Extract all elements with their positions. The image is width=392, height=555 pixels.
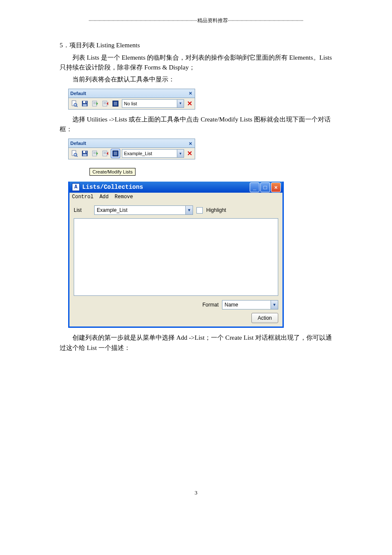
format-label: Format (202, 302, 219, 308)
list-select-combo[interactable]: Example_List ▼ (122, 149, 184, 158)
list-label: List (74, 207, 91, 213)
window-title: Lists/Collections (82, 184, 143, 191)
window-titlebar[interactable]: A Lists/Collections ­_ □ × (69, 182, 282, 193)
add-to-list-icon[interactable] (90, 149, 100, 158)
close-icon[interactable]: × (187, 90, 193, 96)
svg-rect-30 (103, 151, 107, 156)
maximize-button[interactable]: □ (260, 182, 270, 192)
header-rule: ········································… (60, 17, 332, 24)
list-combo-value: Example_List (122, 151, 177, 156)
toolbar-titlebar[interactable]: Default × (69, 89, 195, 98)
default-toolbar-2: Default × Example_List ▼ ✕ (68, 139, 195, 159)
remove-from-list-icon[interactable] (101, 149, 110, 158)
list-combo-value: No list (122, 101, 177, 106)
format-combo[interactable]: Name ▼ (222, 300, 278, 309)
toolbar-title-text: Default (70, 91, 86, 96)
action-button[interactable]: Action (251, 313, 278, 323)
dropdown-icon[interactable]: ▼ (177, 150, 184, 157)
dropdown-icon[interactable]: ▼ (185, 206, 193, 214)
clear-list-icon[interactable]: ✕ (186, 100, 193, 107)
close-icon[interactable]: × (187, 140, 193, 147)
list-select-combo[interactable]: No list ▼ (122, 99, 184, 108)
highlight-checkbox[interactable] (196, 207, 203, 214)
lists-collections-window: A Lists/Collections ­_ □ × Control Add R… (68, 182, 284, 328)
close-button[interactable]: × (271, 182, 281, 192)
remove-from-list-icon[interactable] (101, 99, 110, 108)
app-icon: A (72, 183, 80, 191)
svg-rect-25 (83, 154, 87, 156)
page-search-icon[interactable] (70, 99, 79, 108)
create-modify-lists-icon[interactable] (111, 149, 120, 158)
list-name-value: Example_List (95, 207, 185, 213)
toolbar-titlebar[interactable]: Default × (69, 139, 195, 148)
menu-add[interactable]: Add (99, 194, 109, 200)
svg-rect-7 (92, 101, 97, 106)
menu-remove[interactable]: Remove (115, 194, 133, 200)
save-icon[interactable] (80, 149, 89, 158)
minimize-button[interactable]: ­_ (250, 182, 259, 192)
create-modify-lists-icon[interactable] (111, 99, 120, 108)
paragraph-intro-1: 列表 Lists 是一个 Elements 的临时集合，对列表的操作会影响到它里… (60, 53, 332, 73)
paragraph-intro-2: 当前列表将会在默认工具条中显示： (60, 75, 332, 84)
list-contents-box[interactable] (74, 218, 278, 296)
svg-rect-24 (85, 151, 86, 153)
paragraph-4: 创建列表的第一步就是从菜单中选择 Add ->List；一个 Create Li… (60, 333, 332, 353)
section-title: 5．项目列表 Listing Elements (60, 41, 332, 49)
default-toolbar-1: Default × No list ▼ ✕ (68, 89, 195, 110)
clear-list-icon[interactable]: ✕ (186, 150, 193, 157)
paragraph-3: 选择 Utilities ->Lists 或在上面的工具条中点击 Create/… (60, 115, 332, 135)
list-name-combo[interactable]: Example_List ▼ (94, 205, 193, 215)
svg-rect-11 (103, 101, 107, 106)
svg-rect-5 (85, 101, 86, 103)
highlight-label: Highlight (206, 207, 226, 213)
svg-line-2 (77, 106, 78, 107)
toolbar-title-text: Default (70, 141, 86, 146)
dropdown-icon[interactable]: ▼ (177, 100, 184, 107)
menu-control[interactable]: Control (72, 194, 93, 200)
svg-rect-26 (92, 151, 97, 156)
svg-rect-6 (83, 104, 87, 106)
page-number: 3 (60, 489, 332, 496)
tooltip-create-modify-lists: Create/Modify Lists (89, 168, 135, 176)
svg-line-21 (77, 156, 78, 157)
add-to-list-icon[interactable] (90, 99, 100, 108)
format-value: Name (222, 302, 271, 308)
dropdown-icon[interactable]: ▼ (271, 301, 278, 309)
page-search-icon[interactable] (70, 149, 79, 158)
save-icon[interactable] (80, 99, 89, 108)
window-menubar: Control Add Remove (69, 193, 282, 201)
